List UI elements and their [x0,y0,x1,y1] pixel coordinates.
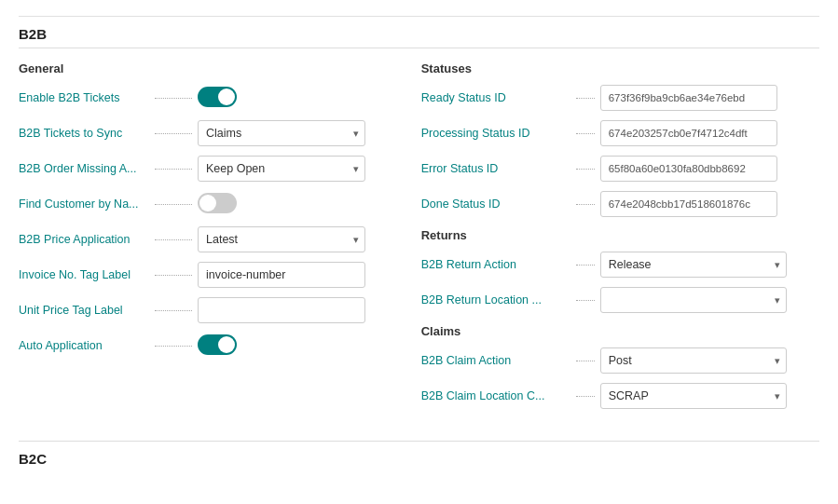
field-row-b2b-claim-location: B2B Claim Location C... SCRAP MAIN SECON… [421,383,819,409]
control-b2b-return-location: Location A Location B [600,287,787,313]
field-row-b2b-tickets-to-sync: B2B Tickets to Sync Claims Orders All [19,120,384,146]
top-bar [19,9,819,17]
select-b2b-return-action[interactable]: Release Discard Process [600,252,787,278]
dots-processing-status-id [576,133,595,134]
control-processing-status-id [600,120,787,146]
label-auto-application: Auto Application [19,339,149,352]
input-invoice-no-tag-label[interactable] [198,262,365,288]
select-wrapper-b2b-price-application: Latest Original Custom [198,226,365,252]
select-wrapper-b2b-return-location: Location A Location B [600,287,787,313]
dots-b2b-return-location [576,300,595,301]
dots-b2b-claim-action [576,361,595,361]
field-row-b2b-claim-action: B2B Claim Action Post Draft Cancel [421,347,819,374]
returns-section-title: Returns [421,228,819,242]
dots-b2b-return-action [576,265,595,266]
label-ready-status-id: Ready Status ID [421,91,570,104]
label-b2b-claim-action: B2B Claim Action [421,354,570,367]
input-processing-status-id[interactable] [600,120,777,146]
select-b2b-tickets-to-sync[interactable]: Claims Orders All [198,120,365,146]
label-find-customer-by-name: Find Customer by Na... [19,198,149,211]
field-row-find-customer-by-name: Find Customer by Na... [19,191,384,217]
control-error-status-id [600,156,787,182]
control-b2b-price-application: Latest Original Custom [198,226,365,252]
control-unit-price-tag-label [198,297,365,323]
dots-invoice-no-tag-label [155,275,192,276]
select-b2b-claim-action[interactable]: Post Draft Cancel [600,347,787,374]
control-b2b-tickets-to-sync: Claims Orders All [198,120,365,146]
field-row-unit-price-tag-label: Unit Price Tag Label [19,297,384,323]
label-b2b-order-missing: B2B Order Missing A... [19,162,149,175]
dots-b2b-price-application [155,239,192,240]
general-column: General Enable B2B Tickets B2B Tickets t… [19,61,384,418]
label-b2b-price-application: B2B Price Application [19,233,149,246]
b2b-section-title: B2B [19,26,819,48]
label-unit-price-tag-label: Unit Price Tag Label [19,304,149,317]
control-invoice-no-tag-label [198,262,365,288]
field-row-b2b-return-location: B2B Return Location ... Location A Locat… [421,287,819,313]
toggle-enable-b2b-tickets[interactable] [198,87,237,107]
select-wrapper-b2b-claim-location: SCRAP MAIN SECONDARY [600,383,787,409]
field-row-done-status-id: Done Status ID [421,191,819,217]
field-row-invoice-no-tag-label: Invoice No. Tag Label [19,262,384,288]
b2b-content: General Enable B2B Tickets B2B Tickets t… [19,61,819,418]
field-row-enable-b2b-tickets: Enable B2B Tickets [19,85,384,111]
input-ready-status-id[interactable] [600,85,777,111]
field-row-b2b-price-application: B2B Price Application Latest Original Cu… [19,226,384,252]
dots-find-customer-by-name [155,204,192,205]
page-wrapper: B2B General Enable B2B Tickets B2B Ticke… [0,0,838,504]
input-error-status-id[interactable] [600,156,777,182]
dots-auto-application [155,346,192,347]
select-wrapper-b2b-order-missing: Keep Open Close Cancel [198,156,365,182]
label-error-status-id: Error Status ID [421,162,570,175]
control-b2b-claim-action: Post Draft Cancel [600,347,787,374]
label-enable-b2b-tickets: Enable B2B Tickets [19,91,149,104]
label-b2b-return-location: B2B Return Location ... [421,293,570,306]
control-b2b-claim-location: SCRAP MAIN SECONDARY [600,383,787,409]
select-b2b-price-application[interactable]: Latest Original Custom [198,226,365,252]
b2c-section-title: B2C [19,451,819,467]
field-row-b2b-return-action: B2B Return Action Release Discard Proces… [421,252,819,278]
right-column: Statuses Ready Status ID Processing Stat… [421,61,819,418]
field-row-b2b-order-missing: B2B Order Missing A... Keep Open Close C… [19,156,384,182]
dots-ready-status-id [576,98,595,99]
control-b2b-return-action: Release Discard Process [600,252,787,278]
select-wrapper-b2b-claim-action: Post Draft Cancel [600,347,787,374]
label-b2b-return-action: B2B Return Action [421,258,570,271]
control-done-status-id [600,191,787,217]
dots-unit-price-tag-label [155,310,192,311]
select-wrapper-b2b-return-action: Release Discard Process [600,252,787,278]
label-b2b-claim-location: B2B Claim Location C... [421,389,570,402]
b2c-section: B2C [19,441,819,467]
dots-enable-b2b-tickets [155,98,192,99]
label-done-status-id: Done Status ID [421,198,570,211]
input-unit-price-tag-label[interactable] [198,297,365,323]
toggle-auto-application[interactable] [198,334,237,355]
select-b2b-claim-location[interactable]: SCRAP MAIN SECONDARY [600,383,787,409]
control-auto-application [198,334,365,358]
dots-done-status-id [576,204,595,205]
claims-section-title: Claims [421,324,819,338]
statuses-section-title: Statuses [421,61,819,75]
select-b2b-order-missing[interactable]: Keep Open Close Cancel [198,156,365,182]
dots-error-status-id [576,169,595,170]
field-row-ready-status-id: Ready Status ID [421,85,819,111]
control-enable-b2b-tickets [198,87,365,110]
field-row-processing-status-id: Processing Status ID [421,120,819,146]
select-b2b-return-location[interactable]: Location A Location B [600,287,787,313]
toggle-find-customer-by-name[interactable] [198,193,237,213]
select-wrapper-b2b-tickets-to-sync: Claims Orders All [198,120,365,146]
field-row-auto-application: Auto Application [19,333,384,359]
dots-b2b-tickets-to-sync [155,133,192,134]
input-done-status-id[interactable] [600,191,777,217]
label-processing-status-id: Processing Status ID [421,127,570,140]
control-b2b-order-missing: Keep Open Close Cancel [198,156,365,182]
field-row-error-status-id: Error Status ID [421,156,819,182]
dots-b2b-claim-location [576,396,595,397]
dots-b2b-order-missing [155,169,192,170]
control-ready-status-id [600,85,787,111]
control-find-customer-by-name [198,193,365,216]
general-section-title: General [19,61,384,75]
label-invoice-no-tag-label: Invoice No. Tag Label [19,268,149,281]
label-b2b-tickets-to-sync: B2B Tickets to Sync [19,127,149,140]
